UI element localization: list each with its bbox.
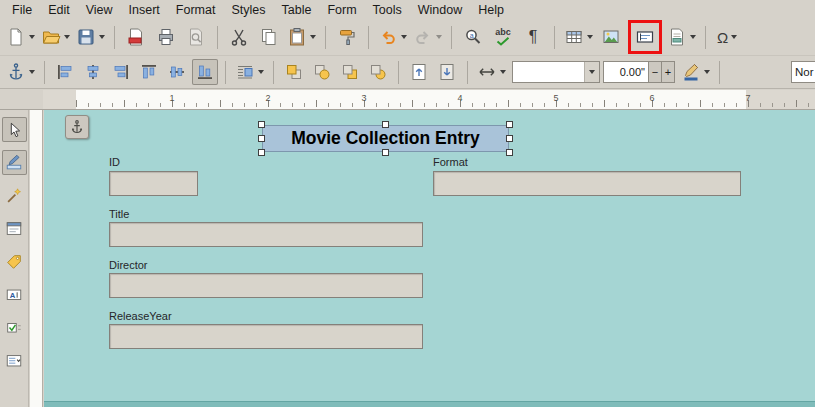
menu-window[interactable]: Window [410, 2, 470, 18]
align-right-button[interactable] [108, 59, 134, 85]
document-canvas[interactable]: Movie Collection Entry ID Format Title D… [44, 110, 815, 407]
insert-table-button[interactable] [562, 23, 595, 51]
align-left-button[interactable] [52, 59, 78, 85]
to-foreground-button[interactable] [406, 59, 432, 85]
menu-edit[interactable]: Edit [40, 2, 78, 18]
send-to-back-button[interactable] [365, 59, 391, 85]
chevron-down-icon[interactable] [690, 35, 696, 39]
form-design-button[interactable] [2, 216, 27, 241]
field-label-format[interactable]: Format [433, 156, 468, 168]
anchor-button[interactable] [4, 59, 37, 85]
insert-special-character-button[interactable]: Ω [713, 23, 741, 51]
insert-text-box-button[interactable] [631, 23, 659, 51]
send-backward-button[interactable] [337, 59, 363, 85]
align-middle-button[interactable] [164, 59, 190, 85]
chevron-down-icon[interactable] [587, 35, 593, 39]
menu-file[interactable]: File [4, 2, 40, 18]
chevron-down-icon[interactable] [436, 35, 442, 39]
selection-handle[interactable] [258, 121, 265, 128]
field-input-title[interactable] [109, 222, 423, 247]
undo-button[interactable] [376, 23, 409, 51]
selection-handle[interactable] [382, 121, 389, 128]
export-pdf-button[interactable] [122, 23, 150, 51]
redo-button[interactable] [411, 23, 444, 51]
label-field-button[interactable] [2, 249, 27, 274]
print-preview-button[interactable] [182, 23, 210, 51]
menu-tools[interactable]: Tools [365, 2, 410, 18]
menu-help[interactable]: Help [470, 2, 512, 18]
chevron-down-icon[interactable] [29, 35, 35, 39]
chevron-down-icon[interactable] [584, 62, 599, 82]
menu-table[interactable]: Table [273, 2, 319, 18]
text-box-control-button[interactable]: A [2, 282, 27, 307]
field-label-title[interactable]: Title [109, 208, 129, 220]
arrow-style-button[interactable] [475, 59, 508, 85]
toolbar-separator [451, 26, 452, 49]
selection-handle[interactable] [382, 149, 389, 156]
menu-view[interactable]: View [78, 2, 121, 18]
area-style-combo[interactable]: Nor [791, 61, 815, 83]
align-top-button[interactable] [136, 59, 162, 85]
menu-insert[interactable]: Insert [121, 2, 168, 18]
print-button[interactable] [152, 23, 180, 51]
chevron-down-icon[interactable] [99, 35, 105, 39]
field-input-director[interactable] [109, 273, 423, 298]
align-centered-icon [83, 62, 103, 82]
selection-handle[interactable] [506, 135, 513, 142]
selection-handle[interactable] [258, 149, 265, 156]
field-label-director[interactable]: Director [109, 259, 148, 271]
open-button[interactable] [39, 23, 72, 51]
cut-button[interactable] [225, 23, 253, 51]
save-button[interactable] [74, 23, 107, 51]
align-bottom-button[interactable] [192, 59, 218, 85]
new-document-button[interactable] [4, 23, 37, 51]
spelling-button[interactable]: abc [489, 23, 517, 51]
chevron-down-icon[interactable] [704, 70, 710, 74]
selection-handle[interactable] [506, 121, 513, 128]
select-tool-button[interactable] [2, 117, 27, 142]
paste-button[interactable] [285, 23, 318, 51]
menu-styles[interactable]: Styles [223, 2, 273, 18]
form-title-object[interactable]: Movie Collection Entry [262, 125, 509, 152]
field-label-releaseyear[interactable]: ReleaseYear [109, 310, 172, 322]
control-wizards-button[interactable] [2, 183, 27, 208]
chevron-down-icon[interactable] [29, 70, 35, 74]
menu-form[interactable]: Form [319, 2, 364, 18]
field-input-releaseyear[interactable] [109, 324, 423, 349]
find-and-replace-button[interactable]: a [459, 23, 487, 51]
line-color-button[interactable] [679, 59, 712, 85]
horizontal-scrollbar[interactable] [44, 401, 815, 407]
chevron-down-icon[interactable] [64, 35, 70, 39]
line-width-spinner[interactable]: 0.00" [603, 61, 649, 83]
list-box-control-button[interactable] [2, 348, 27, 373]
to-background-button[interactable] [434, 59, 460, 85]
chevron-down-icon[interactable] [731, 35, 737, 39]
field-input-id[interactable] [109, 171, 198, 196]
bring-to-front-button[interactable] [281, 59, 307, 85]
selection-handle[interactable] [506, 149, 513, 156]
field-input-format[interactable] [433, 171, 741, 196]
line-style-combo[interactable] [512, 61, 600, 83]
clone-formatting-button[interactable] [333, 23, 361, 51]
menu-format[interactable]: Format [168, 2, 224, 18]
design-mode-button[interactable] [2, 150, 27, 175]
field-label-id[interactable]: ID [109, 156, 120, 168]
copy-button[interactable] [255, 23, 283, 51]
selection-handle[interactable] [258, 135, 265, 142]
insert-field-button[interactable] [665, 23, 698, 51]
horizontal-ruler[interactable]: 1 2 3 4 5 6 7 [43, 90, 815, 110]
insert-image-button[interactable] [597, 23, 625, 51]
formatting-marks-button[interactable]: ¶ [519, 23, 547, 51]
chevron-down-icon[interactable] [258, 70, 264, 74]
wrap-button[interactable] [233, 59, 266, 85]
chevron-down-icon[interactable] [500, 70, 506, 74]
chevron-down-icon[interactable] [401, 35, 407, 39]
chevron-down-icon[interactable] [310, 35, 316, 39]
anchor-marker[interactable] [65, 115, 89, 139]
libreoffice-window: File Edit View Insert Format Styles Tabl… [0, 0, 815, 407]
line-width-decrease-button[interactable]: − [648, 61, 662, 83]
line-width-increase-button[interactable]: + [661, 61, 675, 83]
check-box-control-button[interactable] [2, 315, 27, 340]
align-centered-button[interactable] [80, 59, 106, 85]
bring-forward-button[interactable] [309, 59, 335, 85]
